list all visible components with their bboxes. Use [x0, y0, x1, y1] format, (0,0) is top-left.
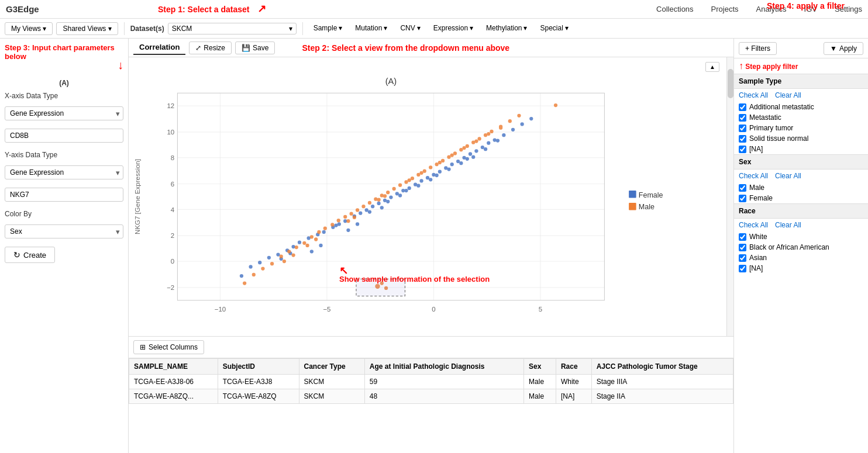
cell-tumor-stage: Stage IIIA	[591, 375, 733, 389]
color-by-select[interactable]: Sex	[5, 224, 123, 238]
svg-point-122	[453, 151, 457, 155]
chart-area[interactable]: (A)	[129, 57, 726, 336]
svg-point-71	[319, 244, 322, 247]
sex-check-all[interactable]: Check All	[739, 172, 768, 180]
add-filters-button[interactable]: + Filters	[739, 42, 777, 55]
svg-point-119	[435, 162, 439, 166]
svg-point-74	[380, 206, 384, 209]
svg-point-105	[350, 212, 353, 216]
table-row: TCGA-EE-A3J8-06 TCGA-EE-A3J8 SKCM 59 Mal…	[129, 375, 733, 389]
select-columns-button[interactable]: ⊞ Select Columns	[133, 340, 204, 354]
checkbox-black[interactable]	[739, 244, 746, 251]
checkbox-race-na[interactable]	[739, 265, 746, 272]
scatter-plot[interactable]: (A)	[129, 57, 726, 336]
sample-type-clear-all[interactable]: Clear All	[775, 91, 801, 99]
step-apply-label: ↑ Step apply filter	[734, 58, 868, 74]
chart-scrollbar[interactable]	[726, 57, 733, 336]
svg-point-30	[258, 261, 261, 264]
checkbox-male[interactable]	[739, 184, 746, 192]
cell-sex: Male	[524, 375, 556, 389]
svg-point-128	[490, 130, 493, 133]
mutation-menu[interactable]: Mutation ▾	[350, 22, 392, 35]
refresh-icon: ↻	[13, 250, 20, 260]
svg-text:Male: Male	[639, 203, 655, 211]
svg-point-149	[554, 103, 557, 107]
svg-point-133	[314, 237, 318, 241]
sample-type-actions: Check All Clear All	[734, 89, 868, 102]
svg-point-141	[450, 153, 454, 157]
resize-button[interactable]: ⤢ Resize	[189, 42, 232, 54]
chart-wrapper: (A)	[129, 57, 733, 336]
svg-point-108	[368, 201, 371, 205]
scroll-up-button[interactable]: ▲	[705, 62, 719, 72]
checkbox-additional-metastatic[interactable]	[739, 103, 746, 111]
special-menu[interactable]: Special ▾	[535, 22, 573, 35]
race-clear-all[interactable]: Clear All	[775, 221, 801, 229]
cell-age: 48	[364, 389, 523, 404]
col-cancer-type: Cancer Type	[299, 359, 364, 375]
step2-label: Step 2: Select a view from the dropdown …	[302, 43, 509, 53]
cell-race: White	[556, 375, 591, 389]
nav-projects[interactable]: Projects	[711, 2, 739, 16]
race-check-all[interactable]: Check All	[739, 221, 768, 229]
expression-menu[interactable]: Expression ▾	[429, 22, 478, 35]
svg-point-29	[249, 265, 252, 268]
filter-item-male: Male	[734, 182, 868, 193]
yaxis-gene-input[interactable]	[5, 188, 123, 202]
svg-point-95	[280, 255, 283, 258]
sample-menu[interactable]: Sample ▾	[309, 22, 347, 35]
svg-text:Female: Female	[639, 191, 663, 199]
checkbox-asian[interactable]	[739, 254, 746, 262]
cell-sample-name: TCGA-EE-A3J8-06	[129, 375, 218, 389]
create-button[interactable]: ↻ Create	[5, 247, 55, 263]
svg-point-69	[529, 117, 533, 120]
xaxis-gene-input[interactable]	[5, 129, 123, 143]
svg-point-56	[438, 170, 442, 174]
svg-point-144	[487, 132, 490, 136]
methylation-menu[interactable]: Methylation ▾	[481, 22, 532, 35]
svg-point-96	[287, 250, 291, 253]
svg-point-86	[334, 223, 337, 227]
svg-point-131	[517, 114, 521, 117]
checkbox-female[interactable]	[739, 195, 746, 202]
checkbox-metastatic[interactable]	[739, 114, 746, 122]
svg-point-93	[261, 267, 264, 270]
col-subject-id: SubjectID	[218, 359, 299, 375]
col-sex: Sex	[524, 359, 556, 375]
cnv-menu[interactable]: CNV ▾	[395, 22, 425, 35]
sample-type-check-all[interactable]: Check All	[739, 91, 768, 99]
checkbox-white[interactable]	[739, 233, 746, 241]
filter-item-female: Female	[734, 193, 868, 203]
cell-cancer-type: SKCM	[299, 375, 364, 389]
checkbox-primary-tumor[interactable]	[739, 125, 746, 132]
svg-point-79	[447, 167, 450, 171]
yaxis-data-type-label: Y-axis Data Type	[5, 151, 123, 159]
apply-button[interactable]: ▼ Apply	[824, 42, 863, 55]
xaxis-data-type-select[interactable]: Gene Expression	[5, 106, 123, 120]
yaxis-data-type-select[interactable]: Gene Expression	[5, 165, 123, 179]
filter-item-sample-na: [NA]	[734, 144, 868, 154]
save-button[interactable]: 💾 Save	[235, 42, 275, 54]
filter-item-white: White	[734, 231, 868, 242]
correlation-tab[interactable]: Correlation	[133, 40, 185, 55]
svg-text:10: 10	[167, 129, 174, 136]
svg-text:0: 0	[171, 258, 174, 265]
shared-views-button[interactable]: Shared Views ▾	[56, 22, 118, 35]
svg-point-32	[276, 253, 280, 256]
my-views-button[interactable]: My Views ▾	[5, 22, 53, 35]
checkbox-solid-tissue[interactable]	[739, 135, 746, 143]
checkbox-sample-na[interactable]	[739, 146, 746, 153]
svg-point-64	[487, 141, 490, 145]
funnel-icon: ▼	[830, 44, 837, 53]
sex-clear-all[interactable]: Clear All	[775, 172, 801, 180]
nav-collections[interactable]: Collections	[656, 2, 694, 16]
svg-point-107	[361, 205, 365, 208]
svg-point-44	[365, 208, 368, 212]
svg-point-98	[302, 241, 306, 245]
svg-text:(A): (A)	[385, 77, 397, 86]
table-toolbar: ⊞ Select Columns	[129, 337, 733, 358]
svg-point-34	[291, 245, 295, 248]
dataset-selector[interactable]: SKCM ▾	[168, 23, 297, 34]
color-by-label: Color By	[5, 210, 123, 218]
filter-item-primary-tumor: Primary tumor	[734, 123, 868, 133]
